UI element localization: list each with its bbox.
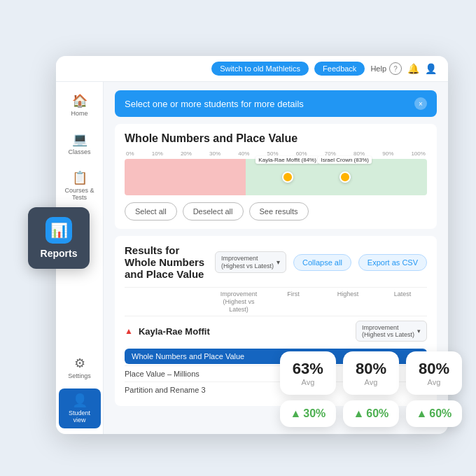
- col-header-highest: Highest: [323, 290, 372, 313]
- notice-bar: Select one or more students for more det…: [115, 90, 437, 117]
- stats-bottom-row: ▲ 30% ▲ 60% ▲ 60%: [280, 400, 462, 427]
- chart-bar: Kayla-Rae Moffit (84%) Israel Crown (83%…: [125, 159, 427, 195]
- stat-card-latest: 80% Avg: [406, 351, 462, 395]
- stats-overlay: 63% Avg 80% Avg 80% Avg ▲ 30% ▲: [280, 351, 462, 427]
- stat-highest-label: Avg: [356, 378, 386, 386]
- chart-section: Whole Numbers and Place Value 0% 10% 20%…: [115, 124, 437, 229]
- student-row: ▲ Kayla-Rae Moffit Improvement(Highest v…: [125, 316, 427, 346]
- stat-latest-label: Avg: [419, 378, 449, 386]
- kayla-dot: [282, 172, 293, 183]
- notice-text: Select one or more students for more det…: [125, 99, 304, 109]
- results-title: Results for Whole Numbers and Place Valu…: [125, 244, 208, 280]
- stat-change-first: ▲ 30%: [290, 407, 326, 420]
- deselect-all-button[interactable]: Deselect all: [183, 202, 244, 220]
- select-all-button[interactable]: Select all: [125, 202, 177, 220]
- see-results-button[interactable]: See results: [249, 202, 309, 220]
- help-area: Help ?: [370, 62, 402, 75]
- col-header-latest: Latest: [378, 290, 427, 313]
- marker-kayla: Kayla-Rae Moffit (84%): [282, 172, 293, 183]
- chart-title: Whole Numbers and Place Value: [125, 132, 427, 145]
- sidebar-item-settings[interactable]: ⚙ Settings: [59, 350, 101, 386]
- student-improvement-dropdown[interactable]: Improvement(Highest vs Latest) ▾: [356, 321, 427, 342]
- sidebar-courses-label: Courses & Tests: [62, 188, 98, 202]
- courses-icon: 📋: [72, 170, 88, 186]
- up-arrow-highest-icon: ▲: [353, 407, 364, 420]
- reports-icon: 📊: [46, 217, 72, 244]
- israel-label: Israel Crown (83%): [318, 156, 371, 164]
- up-arrow-latest-icon: ▲: [416, 407, 427, 420]
- stat-highest-value: 80%: [356, 360, 386, 378]
- sidebar-item-courses[interactable]: 📋 Courses & Tests: [59, 164, 101, 207]
- stat-latest-value: 80%: [419, 360, 449, 378]
- sidebar-item-classes[interactable]: 💻 Classes: [59, 126, 101, 162]
- column-headers-row: Improvement(Highest vs Latest) First Hig…: [125, 287, 427, 316]
- sidebar-classes-label: Classes: [68, 149, 90, 156]
- export-csv-button[interactable]: Export as CSV: [358, 254, 427, 271]
- col-header-improvement: Improvement(Highest vs Latest): [214, 290, 263, 313]
- sidebar-settings-label: Settings: [68, 373, 91, 380]
- israel-dot: [340, 172, 351, 183]
- classes-icon: 💻: [72, 132, 88, 147]
- collapse-all-button[interactable]: Collapse all: [293, 254, 351, 271]
- chart-buttons: Select all Deselect all See results: [125, 202, 427, 220]
- stat-change-latest-card: ▲ 60%: [406, 400, 462, 427]
- dropdown-arrow-icon: ▾: [276, 258, 280, 266]
- settings-icon: ⚙: [74, 356, 85, 371]
- stat-change-first-card: ▲ 30%: [280, 400, 336, 427]
- chart-area: 0% 10% 20% 30% 40% 50% 60% 70% 80% 90% 1…: [125, 150, 427, 195]
- stat-card-first: 63% Avg: [280, 351, 336, 395]
- home-icon: 🏠: [72, 93, 88, 108]
- bell-icon[interactable]: 🔔: [407, 63, 419, 74]
- stat-first-label: Avg: [293, 378, 323, 386]
- stat-card-highest: 80% Avg: [343, 351, 399, 395]
- top-bar: Switch to old Mathletics Feedback Help ?…: [56, 56, 448, 82]
- col-header-first: First: [269, 290, 318, 313]
- switch-old-button[interactable]: Switch to old Mathletics: [211, 62, 309, 76]
- student-name: Kayla-Rae Moffit: [139, 326, 350, 337]
- stat-first-value: 63%: [293, 360, 323, 378]
- up-arrow-first-icon: ▲: [290, 407, 301, 420]
- improvement-dropdown[interactable]: Improvement(Highest vs Latest) ▾: [215, 251, 286, 274]
- sidebar-item-home[interactable]: 🏠 Home: [59, 88, 101, 123]
- results-header: Results for Whole Numbers and Place Valu…: [125, 244, 427, 280]
- student-dropdown-arrow-icon: ▾: [417, 328, 421, 335]
- improvement-selector: Improvement(Highest vs Latest) ▾: [356, 321, 427, 342]
- student-expand-icon[interactable]: ▲: [125, 326, 133, 336]
- stats-top-row: 63% Avg 80% Avg 80% Avg: [280, 351, 462, 395]
- stat-change-highest: ▲ 60%: [353, 407, 389, 420]
- improvement-label: Improvement(Highest vs Latest): [221, 255, 274, 270]
- stat-change-latest: ▲ 60%: [416, 407, 452, 420]
- reports-label: Reports: [41, 248, 78, 259]
- user-icon[interactable]: 👤: [425, 63, 437, 74]
- help-label: Help: [370, 64, 386, 73]
- studentview-icon: 👤: [72, 393, 88, 408]
- sidebar-home-label: Home: [71, 111, 88, 118]
- kayla-label: Kayla-Rae Moffit (84%): [255, 156, 319, 164]
- col-headers: Improvement(Highest vs Latest) First Hig…: [214, 290, 427, 313]
- notice-close-button[interactable]: ×: [414, 97, 427, 110]
- sidebar-studentview-label: Student view: [63, 410, 97, 424]
- stat-change-highest-card: ▲ 60%: [343, 400, 399, 427]
- reports-overlay[interactable]: 📊 Reports: [28, 207, 90, 269]
- help-icon[interactable]: ?: [389, 62, 402, 75]
- marker-israel: Israel Crown (83%): [340, 172, 351, 183]
- sidebar-item-studentview[interactable]: 👤 Student view: [59, 388, 101, 428]
- feedback-button[interactable]: Feedback: [314, 62, 365, 76]
